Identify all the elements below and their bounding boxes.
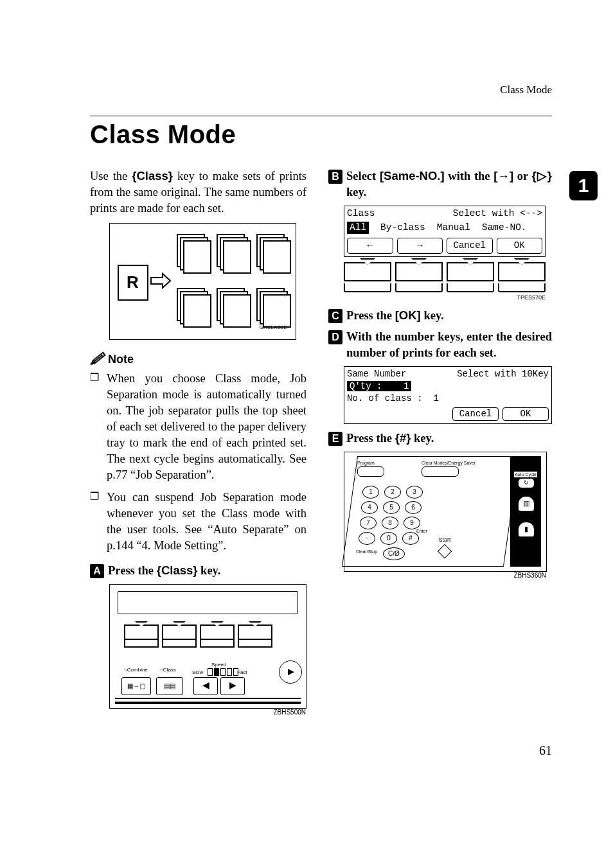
step-text: With the number keys, enter the desired … — [346, 329, 552, 361]
keypad-key[interactable]: 9 — [404, 517, 420, 529]
step-number: B — [328, 170, 342, 184]
pencil-icon: 🖉 — [90, 352, 104, 366]
combine-button[interactable]: ▦→▢ — [121, 677, 151, 695]
keypad-key[interactable]: 3 — [406, 486, 423, 499]
step-number: E — [328, 432, 342, 446]
lcd-same-number: Same Number Select with 10Key Q'ty : 1 N… — [344, 366, 552, 424]
lcd-ok-button[interactable]: OK — [497, 238, 543, 254]
step-number: A — [90, 564, 104, 578]
lcd-cancel-button[interactable]: Cancel — [452, 407, 499, 421]
figure-label: ZBHS360N — [513, 571, 546, 580]
step-number: C — [328, 309, 342, 323]
figure-label: TPES570E — [344, 294, 546, 301]
note-item: When you choose Class mode, Job Separati… — [90, 371, 306, 483]
step-text: Press the [OK] key. — [346, 308, 444, 324]
class-mode-diagram: R R R R R R R GRCLAS0E — [109, 223, 296, 340]
header-rule — [90, 116, 552, 116]
softkey[interactable] — [395, 262, 443, 281]
keypad-key[interactable]: 8 — [382, 517, 398, 529]
keypad-key[interactable]: 5 — [383, 501, 400, 514]
note-heading: 🖉 Note — [90, 351, 306, 367]
class-button[interactable]: ▤▤ — [156, 677, 183, 695]
keypad-key[interactable]: 2 — [384, 486, 401, 499]
keypad-key[interactable]: 4 — [361, 501, 378, 514]
keypad-key[interactable]: 6 — [405, 501, 422, 514]
lcd-class-select: Class Select with <--> All By-class Manu… — [344, 206, 546, 257]
side-tab: 1 — [569, 171, 598, 200]
clear-stop-button[interactable]: C/Ø — [383, 547, 405, 560]
lcd-ok-button[interactable]: OK — [502, 407, 549, 421]
softkey[interactable] — [344, 262, 391, 281]
step-number: D — [328, 330, 342, 344]
lcd-left-button[interactable]: ← — [347, 238, 393, 254]
note-item: You can suspend Job Separation mode when… — [90, 490, 306, 554]
lcd-cancel-button[interactable]: Cancel — [447, 238, 493, 254]
step-text: Press the {#} key. — [346, 430, 434, 447]
figure-label: ZBHS500N — [273, 708, 306, 717]
control-panel-diagram: ○Combine ○Class Speed Slow Fast ▦→▢ ▤▤ ◀… — [109, 584, 306, 709]
arrow-right-icon — [150, 270, 172, 292]
keypad-key[interactable]: 7 — [360, 517, 377, 529]
keypad-key[interactable]: · — [359, 532, 375, 545]
page-number: 61 — [90, 743, 552, 758]
page-title: Class Mode — [90, 120, 552, 149]
softkey-row — [344, 262, 546, 281]
keypad-diagram: Program Clear Modes/Energy Saver Auto Cy… — [344, 452, 547, 572]
keypad-key[interactable]: 1 — [362, 486, 379, 499]
keypad-key[interactable]: 0 — [380, 532, 397, 545]
speed-down-button[interactable]: ◀ — [193, 677, 218, 695]
step-text: Select [Same-NO.] with the [→] or {▷} ke… — [346, 168, 552, 200]
callout-icon — [279, 660, 302, 684]
intro-paragraph: Use the {Class} key to make sets of prin… — [90, 168, 306, 217]
lcd-right-button[interactable]: → — [397, 238, 443, 254]
softkey[interactable] — [447, 262, 494, 281]
softkey[interactable] — [498, 262, 546, 281]
step-text: Press the {Class} key. — [108, 563, 220, 579]
running-header: Class Mode — [90, 84, 552, 96]
speed-up-button[interactable]: ▶ — [220, 677, 245, 695]
